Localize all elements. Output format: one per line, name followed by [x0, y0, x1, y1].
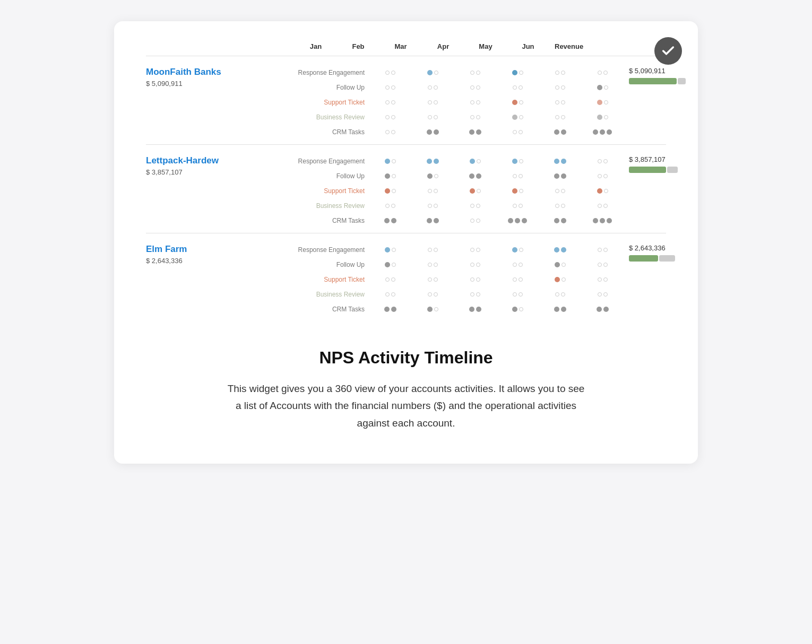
revenue-bar: [629, 255, 658, 262]
revenue-section-moonfaith: $ 5,090,911: [624, 66, 686, 84]
activity-row-1: Follow Up: [295, 169, 624, 183]
revenue-header: Revenue: [549, 42, 618, 50]
month-cell: [369, 71, 411, 75]
revenue-value-elmfarm: $ 2,643,336: [629, 244, 675, 252]
month-cell: [496, 307, 539, 312]
accounts-container: MoonFaith Banks$ 5,090,911Response Engag…: [146, 56, 666, 321]
month-cell: [411, 115, 454, 119]
activity-label: CRM Tasks: [295, 306, 369, 313]
month-cell: [581, 277, 624, 282]
dots-area: [369, 159, 624, 164]
month-cell: [454, 85, 496, 90]
month-cell: [411, 129, 454, 135]
month-cell: [454, 292, 496, 297]
month-cell: [369, 277, 411, 282]
month-cell: [369, 130, 411, 134]
month-cell: [454, 307, 496, 312]
month-cell: [411, 263, 454, 267]
month-cell: [581, 115, 624, 120]
revenue-bar-container: [629, 167, 678, 173]
activity-label: Response Engagement: [295, 246, 369, 254]
dots-area: [369, 292, 624, 297]
month-cell: [539, 204, 581, 208]
month-cell: [411, 307, 454, 312]
nps-title: NPS Activity Timeline: [178, 348, 634, 368]
activity-label: Support Ticket: [295, 187, 369, 195]
month-cell: [411, 204, 454, 208]
account-section-moonfaith: MoonFaith Banks$ 5,090,911Response Engag…: [146, 56, 666, 144]
month-cell: [454, 263, 496, 267]
revenue-bar-gray: [667, 167, 678, 173]
month-apr: Apr: [422, 42, 464, 50]
activity-label: Support Ticket: [295, 99, 369, 106]
month-cell: [581, 159, 624, 163]
month-may: May: [464, 42, 507, 50]
month-cell: [581, 248, 624, 252]
month-cell: [454, 129, 496, 135]
month-cell: [581, 263, 624, 267]
account-revenue-lettpack: $ 3,857,107: [146, 168, 289, 176]
month-cell: [496, 85, 539, 90]
dots-area: [369, 307, 624, 312]
activity-rows-elmfarm: Response EngagementFollow UpSupport Tick…: [295, 243, 624, 316]
dots-area: [369, 262, 624, 267]
revenue-value-lettpack: $ 3,857,107: [629, 155, 678, 163]
month-cell: [496, 70, 539, 75]
month-cell: [369, 173, 411, 179]
month-cell: [454, 71, 496, 75]
activity-row-4: CRM Tasks: [295, 125, 624, 139]
month-cell: [369, 204, 411, 208]
check-icon: [654, 37, 682, 65]
activity-label: Follow Up: [295, 261, 369, 268]
month-cell: [369, 218, 411, 223]
month-cell: [454, 248, 496, 252]
account-name-lettpack[interactable]: Lettpack-Hardew: [146, 155, 289, 166]
activity-label: Support Ticket: [295, 276, 369, 283]
activity-row-0: Response Engagement: [295, 66, 624, 80]
month-cell: [411, 189, 454, 193]
dots-area: [369, 218, 624, 223]
month-cell: [496, 204, 539, 208]
month-cell: [454, 188, 496, 194]
month-cell: [581, 307, 624, 312]
month-cell: [411, 70, 454, 75]
month-cell: [369, 159, 411, 164]
month-cell: [581, 174, 624, 178]
dots-area: [369, 173, 624, 179]
revenue-bar: [629, 78, 677, 84]
activity-row-0: Response Engagement: [295, 154, 624, 168]
dots-area: [369, 247, 624, 253]
activity-row-2: Support Ticket: [295, 95, 624, 109]
month-cell: [496, 277, 539, 282]
month-cell: [496, 188, 539, 194]
revenue-bar-container: [629, 78, 686, 84]
month-cell: [369, 115, 411, 119]
month-cell: [496, 263, 539, 267]
revenue-bar-gray: [659, 255, 675, 262]
activity-row-4: CRM Tasks: [295, 302, 624, 316]
month-cell: [454, 173, 496, 179]
month-cell: [539, 247, 581, 253]
account-info-lettpack: Lettpack-Hardew$ 3,857,107: [146, 154, 295, 176]
activity-label: Business Review: [295, 114, 369, 121]
month-cell: [454, 100, 496, 105]
month-cell: [496, 100, 539, 105]
month-cell: [454, 115, 496, 119]
revenue-value-moonfaith: $ 5,090,911: [629, 67, 686, 75]
revenue-section-lettpack: $ 3,857,107: [624, 154, 678, 173]
activity-row-3: Business Review: [295, 288, 624, 301]
month-cell: [369, 100, 411, 105]
month-cell: [454, 204, 496, 208]
account-name-moonfaith[interactable]: MoonFaith Banks: [146, 67, 289, 77]
month-cell: [539, 129, 581, 135]
account-name-elmfarm[interactable]: Elm Farm: [146, 244, 289, 255]
month-feb: Feb: [337, 42, 379, 50]
month-cell: [411, 159, 454, 164]
dots-area: [369, 115, 624, 120]
account-info-moonfaith: MoonFaith Banks$ 5,090,911: [146, 66, 295, 88]
month-cell: [539, 262, 581, 267]
month-cell: [496, 247, 539, 253]
month-cell: [539, 277, 581, 282]
month-cell: [496, 292, 539, 297]
month-cell: [581, 292, 624, 297]
